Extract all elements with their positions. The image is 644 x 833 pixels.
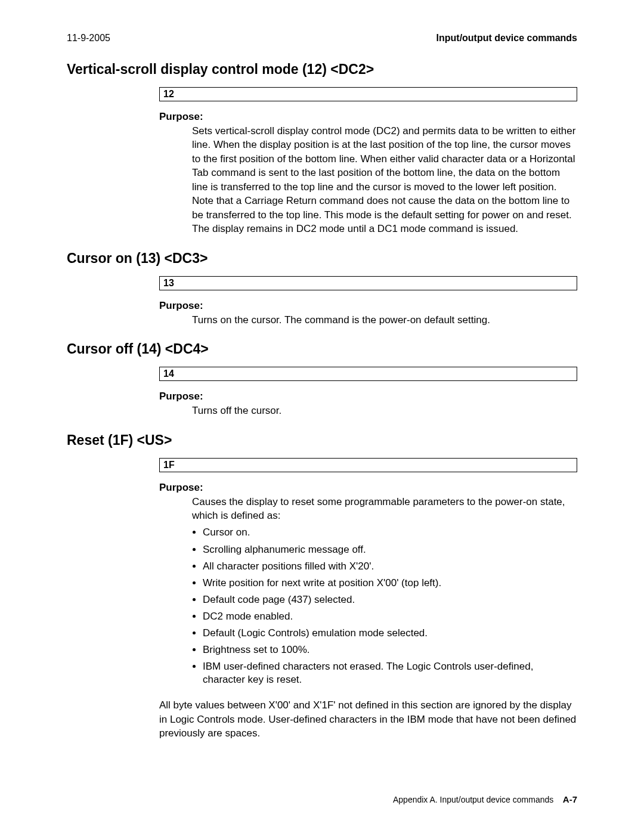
list-item: Scrolling alphanumeric message off. (203, 543, 577, 556)
purpose-label-dc2: Purpose: (159, 111, 577, 123)
block-dc4: 14 Purpose: Turns off the cursor. (159, 367, 577, 417)
code-box-dc3: 13 (159, 276, 577, 290)
note-us: All byte values between X'00' and X'1F' … (159, 698, 577, 740)
code-box-dc2: 12 (159, 87, 577, 101)
purpose-label-dc4: Purpose: (159, 391, 577, 402)
heading-dc3: Cursor on (13) <DC3> (67, 250, 577, 267)
code-box-us: 1F (159, 458, 577, 472)
heading-dc4: Cursor off (14) <DC4> (67, 341, 577, 357)
list-item: Default (Logic Controls) emulation mode … (203, 627, 577, 640)
reset-list: Cursor on. Scrolling alphanumeric messag… (192, 526, 577, 686)
block-dc3: 13 Purpose: Turns on the cursor. The com… (159, 276, 577, 327)
purpose-label-us: Purpose: (159, 482, 577, 494)
list-item: All character positions filled with X'20… (203, 560, 577, 573)
list-item: Brightness set to 100%. (203, 643, 577, 657)
document-page: 11-9-2005 Input/output device commands V… (0, 0, 644, 833)
list-item: Default code page (437) selected. (203, 593, 577, 606)
purpose-text-dc4: Turns off the cursor. (192, 404, 577, 417)
purpose-intro-us: Causes the display to reset some program… (192, 496, 565, 521)
heading-us: Reset (1F) <US> (67, 432, 577, 448)
list-item: IBM user-defined characters not erased. … (203, 660, 577, 686)
header-section-title: Input/output device commands (436, 33, 577, 44)
purpose-text-us: Causes the display to reset some program… (192, 495, 577, 687)
purpose-text-dc3: Turns on the cursor. The command is the … (192, 313, 577, 327)
list-item: Cursor on. (203, 526, 577, 539)
list-item: DC2 mode enabled. (203, 610, 577, 623)
page-header: 11-9-2005 Input/output device commands (67, 33, 577, 44)
block-dc2: 12 Purpose: Sets vertical-scroll display… (159, 87, 577, 236)
footer-appendix: Appendix A. Input/output device commands (393, 795, 553, 804)
block-us: 1F Purpose: Causes the display to reset … (159, 458, 577, 741)
purpose-label-dc3: Purpose: (159, 300, 577, 312)
code-box-dc4: 14 (159, 367, 577, 381)
heading-dc2: Vertical-scroll display control mode (12… (67, 61, 577, 78)
page-footer: Appendix A. Input/output device commands… (393, 794, 577, 804)
purpose-text-dc2: Sets vertical-scroll display control mod… (192, 124, 577, 236)
header-date: 11-9-2005 (67, 33, 110, 44)
list-item: Write position for next write at positio… (203, 577, 577, 590)
footer-page-number: A-7 (563, 794, 577, 804)
